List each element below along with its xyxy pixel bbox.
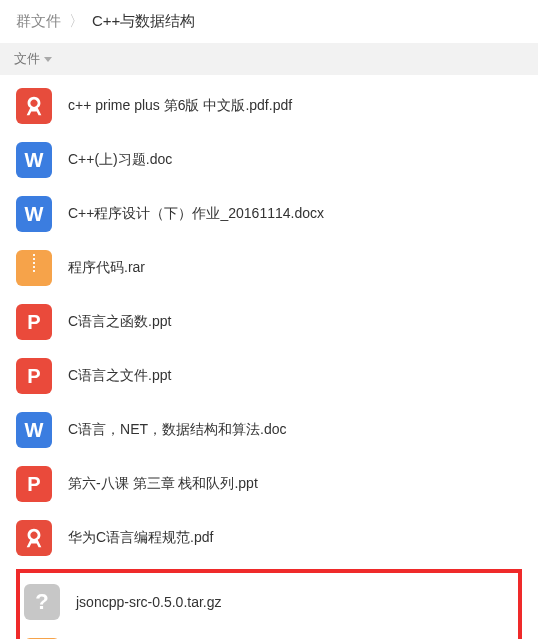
column-label: 文件 [14,50,40,68]
breadcrumb-root[interactable]: 群文件 [16,12,61,31]
file-row[interactable]: WC++程序设计（下）作业_20161114.docx [0,187,538,241]
doc-file-icon: W [16,142,52,178]
file-name: 程序代码.rar [68,259,145,277]
file-name: C++(上)习题.doc [68,151,172,169]
file-name: jsoncpp-src-0.5.0.tar.gz [76,594,222,610]
file-row[interactable]: PC语言之函数.ppt [0,295,538,349]
breadcrumb: 群文件 〉 C++与数据结构 [0,0,538,43]
breadcrumb-current: C++与数据结构 [92,12,195,31]
pdf-file-icon [16,88,52,124]
breadcrumb-separator: 〉 [69,12,84,31]
ppt-file-icon: P [16,466,52,502]
file-name: C语言之文件.ppt [68,367,171,385]
unknown-file-icon: ? [24,584,60,620]
file-name: 第六-八课 第三章 栈和队列.ppt [68,475,258,493]
ppt-file-icon: P [16,304,52,340]
file-row[interactable]: 程序代码.rar [0,241,538,295]
zip-file-icon [16,250,52,286]
file-row[interactable]: WC++(上)习题.doc [0,133,538,187]
file-row[interactable]: c++ prime plus 第6版 中文版.pdf.pdf [0,79,538,133]
pdf-file-icon [16,520,52,556]
highlighted-file-group: ?jsoncpp-src-0.5.0.tar.gzJSONTest.zip [16,569,522,639]
file-row[interactable]: ?jsoncpp-src-0.5.0.tar.gz [20,575,518,629]
ppt-file-icon: P [16,358,52,394]
file-row[interactable]: JSONTest.zip [20,629,518,639]
column-header-file[interactable]: 文件 [0,43,538,75]
file-name: c++ prime plus 第6版 中文版.pdf.pdf [68,97,292,115]
file-row[interactable]: P第六-八课 第三章 栈和队列.ppt [0,457,538,511]
file-row[interactable]: 华为C语言编程规范.pdf [0,511,538,565]
file-name: C语言之函数.ppt [68,313,171,331]
file-name: 华为C语言编程规范.pdf [68,529,213,547]
file-name: C语言，NET，数据结构和算法.doc [68,421,287,439]
file-list: c++ prime plus 第6版 中文版.pdf.pdfWC++(上)习题.… [0,75,538,569]
sort-arrow-icon [44,57,52,62]
file-row[interactable]: PC语言之文件.ppt [0,349,538,403]
file-name: C++程序设计（下）作业_20161114.docx [68,205,324,223]
doc-file-icon: W [16,412,52,448]
doc-file-icon: W [16,196,52,232]
file-row[interactable]: WC语言，NET，数据结构和算法.doc [0,403,538,457]
